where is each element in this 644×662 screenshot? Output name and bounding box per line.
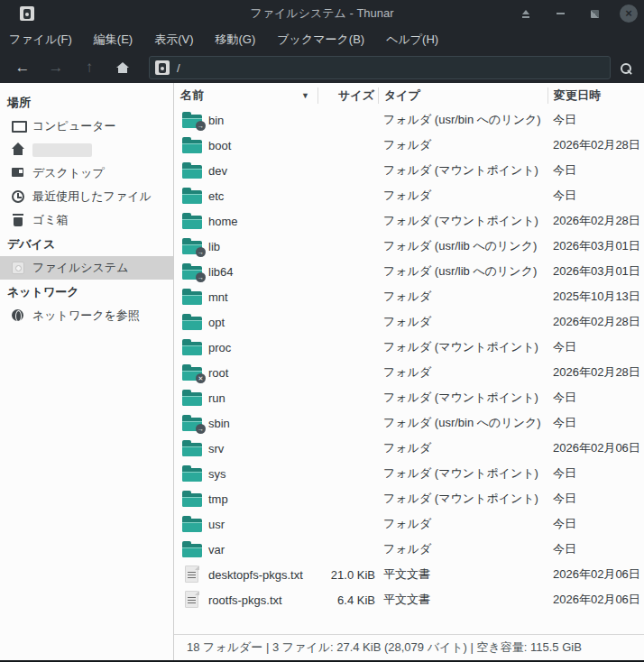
file-type: フォルダ (マウントポイント) (378, 213, 547, 229)
maximize-icon (591, 10, 599, 18)
sidebar-section-header: 場所 (0, 90, 173, 115)
file-date: 今日 (547, 162, 644, 179)
file-date: 今日 (547, 390, 644, 406)
sidebar-item-recent[interactable]: 最近使用したファイル (0, 185, 173, 208)
folder-icon (182, 213, 202, 229)
file-row[interactable]: mnt フォルダ 2025年10月13日 (174, 284, 644, 309)
folder-icon: → (182, 238, 202, 254)
file-row[interactable]: etc フォルダ 今日 (174, 183, 644, 208)
file-row[interactable]: usr フォルダ 今日 (174, 511, 644, 537)
file-row[interactable]: boot フォルダ 2026年02月28日 (174, 133, 644, 158)
sidebar-item-home[interactable] (0, 138, 173, 161)
forward-button[interactable]: → (44, 56, 68, 79)
file-date: 2026年02月06日 (547, 592, 644, 608)
search-button[interactable] (613, 56, 637, 79)
forward-icon: → (49, 59, 64, 77)
file-date: 今日 (547, 188, 644, 204)
file-row[interactable]: home フォルダ (マウントポイント) 2026年02月28日 (174, 208, 644, 234)
maximize-button[interactable] (584, 4, 604, 23)
trash-icon (11, 213, 25, 227)
folder-icon: ✕ (182, 364, 202, 381)
redacted-label (32, 143, 92, 157)
sidebar-item-label: 最近使用したファイル (32, 188, 152, 205)
file-name: root (208, 366, 228, 380)
file-name: mnt (208, 290, 228, 304)
sidebar-item-label: ゴミ箱 (32, 212, 69, 228)
file-date: 今日 (547, 465, 644, 482)
column-header-size[interactable]: サイズ (317, 87, 378, 104)
home-button[interactable] (111, 56, 134, 79)
folder-icon (182, 314, 202, 330)
column-header-type[interactable]: タイプ (378, 87, 547, 104)
file-row[interactable]: var フォルダ 今日 (174, 537, 644, 562)
file-name: bin (208, 114, 224, 127)
file-row[interactable]: ✕ root フォルダ 2026年02月28日 (174, 360, 644, 385)
file-type: フォルダ (マウントポイント) (378, 390, 547, 406)
file-type: フォルダ (マウントポイント) (378, 162, 547, 179)
minimize-button[interactable] (550, 4, 570, 23)
sidebar-item-trash[interactable]: ゴミ箱 (0, 208, 173, 232)
window-controls: × (516, 0, 639, 27)
folder-icon (182, 516, 202, 532)
folder-icon: → (182, 263, 202, 280)
sidebar-item-drive[interactable]: ファイルシステム (0, 256, 173, 280)
window-app-icon (20, 6, 34, 21)
file-date: 2026年02月28日 (547, 314, 644, 330)
file-name: rootfs-pkgs.txt (208, 593, 282, 607)
file-row[interactable]: run フォルダ (マウントポイント) 今日 (174, 385, 644, 410)
up-icon: ↑ (86, 59, 94, 77)
file-date: 2025年10月13日 (547, 289, 644, 305)
file-row[interactable]: sys フォルダ (マウントポイント) 今日 (174, 461, 644, 486)
menu-item-5[interactable]: ヘルプ(H) (386, 32, 438, 48)
file-date: 2026年02月06日 (547, 566, 644, 583)
shade-button[interactable] (516, 4, 536, 23)
no-access-emblem-icon: ✕ (196, 373, 206, 383)
home-icon (11, 143, 25, 157)
file-row[interactable]: → lib フォルダ (usr/lib へのリンク) 2026年03月01日 (174, 234, 644, 259)
menu-bar: ファイル(F)編集(E)表示(V)移動(G)ブックマーク(B)ヘルプ(H) (0, 27, 644, 52)
menu-item-3[interactable]: 移動(G) (216, 32, 256, 48)
close-button[interactable]: × (619, 4, 639, 23)
file-row[interactable]: → sbin フォルダ (usr/bin へのリンク) 今日 (174, 410, 644, 436)
file-name: lib64 (208, 265, 233, 279)
file-name: desktopfs-pkgs.txt (208, 568, 303, 582)
file-type: フォルダ (usr/bin へのリンク) (378, 415, 547, 431)
file-name: boot (208, 139, 231, 152)
title-bar[interactable]: ファイルシステム - Thunar × (0, 0, 644, 27)
file-type: フォルダ (378, 314, 547, 330)
status-bar: 18 フォルダー | 3 ファイル: 27.4 KiB (28,079 バイト)… (174, 634, 644, 660)
file-date: 2026年02月28日 (547, 364, 644, 381)
empty-area (174, 612, 644, 634)
menu-item-1[interactable]: 編集(E) (94, 32, 133, 48)
file-row[interactable]: → bin フォルダ (usr/bin へのリンク) 今日 (174, 107, 644, 133)
file-row[interactable]: tmp フォルダ (マウントポイント) 今日 (174, 486, 644, 511)
sidebar-item-desktop[interactable]: デスクトップ (0, 161, 173, 185)
file-row[interactable]: opt フォルダ 2026年02月28日 (174, 309, 644, 335)
menu-item-0[interactable]: ファイル(F) (9, 32, 72, 48)
menu-item-2[interactable]: 表示(V) (154, 32, 193, 48)
file-row[interactable]: rootfs-pkgs.txt 6.4 KiB 平文文書 2026年02月06日 (174, 587, 644, 612)
path-entry[interactable]: / (149, 56, 611, 79)
file-row[interactable]: → lib64 フォルダ (usr/lib へのリンク) 2026年03月01日 (174, 259, 644, 284)
sidebar-item-network[interactable]: ネットワークを参照 (0, 304, 173, 327)
sidebar-item-label: ネットワークを参照 (32, 308, 140, 324)
up-button[interactable]: ↑ (78, 56, 101, 79)
file-type: フォルダ (378, 364, 547, 381)
file-row[interactable]: proc フォルダ (マウントポイント) 今日 (174, 335, 644, 360)
file-date: 今日 (547, 516, 644, 532)
column-header-name[interactable]: 名前 ▼ (174, 87, 317, 104)
file-type: 平文文書 (378, 566, 547, 583)
sidebar-item-computer[interactable]: コンピューター (0, 115, 173, 138)
file-type: フォルダ (usr/bin へのリンク) (378, 112, 547, 128)
file-list: → bin フォルダ (usr/bin へのリンク) 今日 boot フォルダ … (174, 107, 644, 612)
menu-item-4[interactable]: ブックマーク(B) (277, 32, 364, 48)
file-row[interactable]: dev フォルダ (マウントポイント) 今日 (174, 158, 644, 183)
file-name: dev (208, 164, 227, 178)
file-name: opt (208, 316, 225, 329)
file-size: 21.0 KiB (317, 568, 378, 582)
file-row[interactable]: srv フォルダ 2026年02月06日 (174, 436, 644, 461)
file-row[interactable]: desktopfs-pkgs.txt 21.0 KiB 平文文書 2026年02… (174, 562, 644, 587)
back-button[interactable]: ← (11, 56, 34, 79)
file-name: sys (208, 467, 226, 481)
column-header-date[interactable]: 変更日時 (547, 87, 644, 104)
